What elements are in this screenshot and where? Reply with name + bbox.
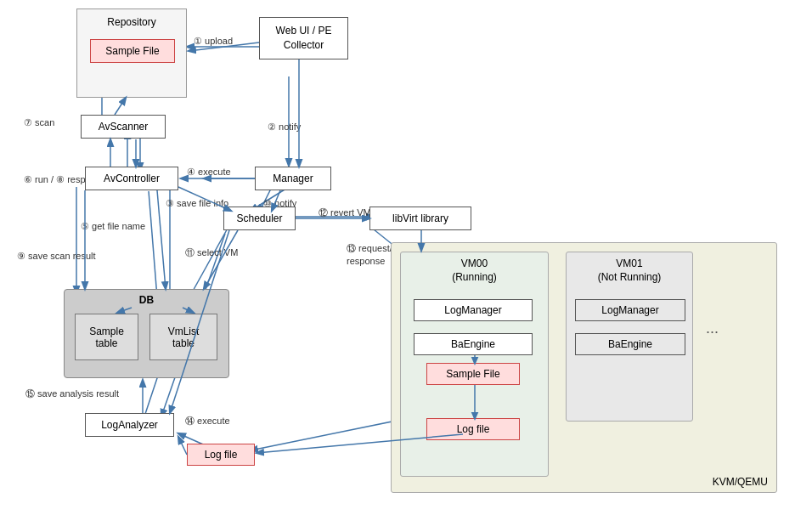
- log-analyzer-label: LogAnalyzer: [101, 419, 158, 431]
- av-scanner-box: AvScanner: [81, 115, 166, 139]
- sample-table-box: Sampletable: [75, 314, 138, 360]
- log-manager-vm01-box: LogManager: [575, 299, 685, 321]
- log-manager-vm00-label: LogManager: [444, 304, 501, 316]
- ba-engine-vm01-box: BaEngine: [575, 333, 685, 355]
- svg-line-34: [157, 190, 166, 289]
- get-file-name-label: ⑤ get file name: [81, 221, 145, 232]
- ba-engine-vm00-box: BaEngine: [414, 333, 533, 355]
- scheduler-label: Scheduler: [236, 212, 282, 224]
- log-manager-vm00-box: LogManager: [414, 299, 533, 321]
- execute-label: ④ execute: [187, 167, 231, 178]
- av-controller-box: AvController: [85, 167, 178, 190]
- libvirt-box: libVirt library: [369, 207, 471, 230]
- db-label: DB: [139, 294, 154, 306]
- sample-file-vm00-box: Sample File: [426, 363, 520, 385]
- ba-engine-vm00-label: BaEngine: [451, 338, 495, 350]
- revert-vm-label: ⑫ revert VM: [319, 207, 371, 219]
- libvirt-label: libVirt library: [392, 212, 448, 224]
- scheduler-box: Scheduler: [223, 207, 296, 230]
- manager-box: Manager: [255, 167, 331, 190]
- save-scan-result-label: ⑨ save scan result: [17, 251, 96, 262]
- scan-label: ⑦ scan: [24, 117, 54, 128]
- log-file-vm00-box: Log file: [426, 418, 520, 440]
- sample-file-top-box: Sample File: [90, 39, 175, 63]
- kvm-label: KVM/QEMU: [713, 476, 768, 488]
- select-vm-label: ⑪ select VM: [185, 246, 238, 259]
- vmlist-table-label: VmListtable: [168, 325, 200, 349]
- log-file-bottom-box: Log file: [187, 444, 255, 466]
- vm01-title: VM01(Not Running): [598, 258, 662, 284]
- sample-file-top-label: Sample File: [105, 45, 159, 57]
- log-analyzer-box: LogAnalyzer: [85, 413, 174, 437]
- ellipsis: ...: [706, 320, 719, 337]
- upload-label: ① upload: [194, 36, 233, 47]
- log-manager-vm01-label: LogManager: [601, 304, 658, 316]
- db-region: DB Sampletable VmListtable: [64, 289, 229, 378]
- svg-line-40: [178, 437, 187, 455]
- diagram-container: Repository Sample File Web UI / PECollec…: [0, 0, 812, 515]
- av-controller-label: AvController: [104, 173, 160, 184]
- sample-file-vm00-label: Sample File: [446, 368, 499, 380]
- log-file-bottom-label: Log file: [205, 449, 238, 461]
- vm01-region: VM01(Not Running) LogManager BaEngine: [566, 252, 693, 422]
- execute2-label: ⑭ execute: [185, 415, 230, 427]
- repository-box: Repository Sample File: [76, 8, 187, 98]
- av-scanner-label: AvScanner: [99, 121, 148, 133]
- svg-line-35: [204, 230, 238, 289]
- svg-line-5: [149, 191, 157, 297]
- web-ui-label: Web UI / PECollector: [276, 24, 332, 53]
- vm00-title: VM00(Running): [452, 258, 497, 284]
- manager-label: Manager: [273, 173, 313, 184]
- svg-line-32: [115, 98, 126, 115]
- vm00-region: VM00(Running) LogManager BaEngine Sample…: [400, 252, 549, 477]
- notify-label: ② notify: [268, 122, 301, 133]
- ba-engine-vm01-label: BaEngine: [608, 338, 652, 350]
- log-file-vm00-label: Log file: [457, 423, 490, 435]
- sample-table-label: Sampletable: [89, 325, 124, 349]
- repository-label: Repository: [107, 16, 155, 28]
- vmlist-table-box: VmListtable: [149, 314, 217, 360]
- web-ui-box: Web UI / PECollector: [259, 17, 348, 59]
- save-analysis-label: ⑮ save analysis result: [25, 388, 119, 400]
- request-response-label: ⑬ request/response: [347, 242, 392, 269]
- kvm-region: KVM/QEMU VM00(Running) LogManager BaEngi…: [391, 242, 777, 493]
- save-file-info-label: ③ save file info: [166, 198, 228, 209]
